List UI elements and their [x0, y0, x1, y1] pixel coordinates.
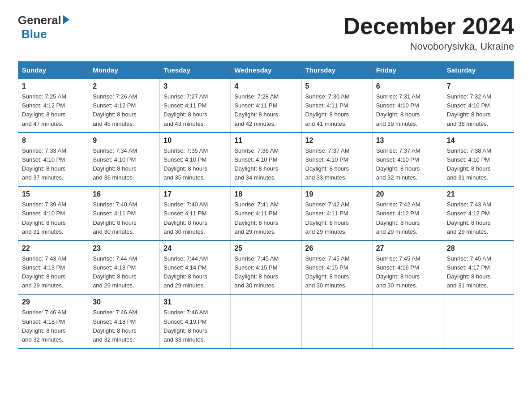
day-number: 16	[93, 190, 156, 198]
calendar-day-cell: 19Sunrise: 7:42 AMSunset: 4:11 PMDayligh…	[301, 186, 372, 240]
day-number: 9	[93, 137, 156, 145]
day-info: Sunrise: 7:45 AMSunset: 4:16 PMDaylight:…	[376, 254, 439, 291]
day-number: 5	[305, 82, 369, 90]
calendar-day-cell: 17Sunrise: 7:40 AMSunset: 4:11 PMDayligh…	[160, 186, 231, 240]
calendar-day-cell: 8Sunrise: 7:33 AMSunset: 4:10 PMDaylight…	[18, 133, 89, 187]
day-number: 13	[376, 137, 439, 145]
day-number: 21	[447, 190, 510, 198]
weekday-header-row: SundayMondayTuesdayWednesdayThursdayFrid…	[18, 62, 514, 79]
calendar-table: SundayMondayTuesdayWednesdayThursdayFrid…	[18, 61, 514, 349]
weekday-header-wednesday: Wednesday	[231, 62, 301, 79]
calendar-day-cell	[301, 294, 372, 348]
calendar-day-cell: 10Sunrise: 7:35 AMSunset: 4:10 PMDayligh…	[160, 133, 231, 187]
calendar-day-cell: 24Sunrise: 7:44 AMSunset: 4:14 PMDayligh…	[160, 240, 231, 295]
day-number: 25	[234, 244, 297, 253]
calendar-week-row: 1Sunrise: 7:25 AMSunset: 4:12 PMDaylight…	[18, 79, 514, 133]
day-number: 12	[305, 137, 369, 145]
day-number: 14	[447, 137, 510, 145]
calendar-day-cell: 15Sunrise: 7:39 AMSunset: 4:10 PMDayligh…	[18, 186, 89, 240]
day-info: Sunrise: 7:28 AMSunset: 4:11 PMDaylight:…	[234, 92, 297, 128]
logo-general-text: General	[18, 13, 61, 27]
day-number: 30	[93, 298, 156, 306]
calendar-day-cell: 18Sunrise: 7:41 AMSunset: 4:11 PMDayligh…	[231, 186, 301, 240]
day-number: 20	[376, 190, 439, 198]
location-title: Novoborysivka, Ukraine	[343, 41, 514, 52]
calendar-day-cell: 13Sunrise: 7:37 AMSunset: 4:10 PMDayligh…	[372, 133, 443, 187]
day-number: 10	[163, 137, 227, 145]
calendar-day-cell: 28Sunrise: 7:45 AMSunset: 4:17 PMDayligh…	[443, 240, 514, 295]
day-info: Sunrise: 7:43 AMSunset: 4:13 PMDaylight:…	[22, 254, 85, 291]
day-info: Sunrise: 7:41 AMSunset: 4:11 PMDaylight:…	[234, 200, 297, 236]
day-info: Sunrise: 7:37 AMSunset: 4:10 PMDaylight:…	[376, 146, 439, 183]
calendar-day-cell: 1Sunrise: 7:25 AMSunset: 4:12 PMDaylight…	[18, 79, 89, 133]
weekday-header-sunday: Sunday	[18, 62, 89, 79]
day-info: Sunrise: 7:43 AMSunset: 4:12 PMDaylight:…	[447, 200, 510, 236]
day-number: 1	[22, 82, 85, 90]
calendar-day-cell: 21Sunrise: 7:43 AMSunset: 4:12 PMDayligh…	[443, 186, 514, 240]
calendar-day-cell: 22Sunrise: 7:43 AMSunset: 4:13 PMDayligh…	[18, 240, 89, 295]
calendar-day-cell: 9Sunrise: 7:34 AMSunset: 4:10 PMDaylight…	[89, 133, 160, 187]
day-info: Sunrise: 7:45 AMSunset: 4:15 PMDaylight:…	[234, 254, 297, 291]
calendar-day-cell: 31Sunrise: 7:46 AMSunset: 4:19 PMDayligh…	[160, 294, 231, 348]
day-info: Sunrise: 7:42 AMSunset: 4:12 PMDaylight:…	[376, 200, 439, 236]
calendar-day-cell: 2Sunrise: 7:26 AMSunset: 4:12 PMDaylight…	[89, 79, 160, 133]
calendar-week-row: 29Sunrise: 7:46 AMSunset: 4:18 PMDayligh…	[18, 294, 514, 348]
calendar-day-cell: 23Sunrise: 7:44 AMSunset: 4:13 PMDayligh…	[89, 240, 160, 295]
day-number: 8	[22, 137, 85, 145]
month-title: December 2024	[343, 13, 514, 39]
weekday-header-saturday: Saturday	[443, 62, 514, 79]
day-info: Sunrise: 7:45 AMSunset: 4:17 PMDaylight:…	[447, 254, 510, 291]
calendar-week-row: 15Sunrise: 7:39 AMSunset: 4:10 PMDayligh…	[18, 186, 514, 240]
day-number: 2	[93, 82, 156, 90]
day-number: 29	[22, 298, 85, 306]
day-number: 4	[234, 82, 297, 90]
day-info: Sunrise: 7:33 AMSunset: 4:10 PMDaylight:…	[22, 146, 85, 183]
day-number: 3	[163, 82, 227, 90]
calendar-day-cell: 16Sunrise: 7:40 AMSunset: 4:11 PMDayligh…	[89, 186, 160, 240]
calendar-day-cell: 6Sunrise: 7:31 AMSunset: 4:10 PMDaylight…	[372, 79, 443, 133]
calendar-day-cell: 14Sunrise: 7:38 AMSunset: 4:10 PMDayligh…	[443, 133, 514, 187]
day-number: 28	[447, 244, 510, 253]
logo-triangle-icon	[63, 15, 69, 24]
day-number: 6	[376, 82, 439, 90]
title-section: December 2024 Novoborysivka, Ukraine	[343, 13, 514, 52]
day-info: Sunrise: 7:45 AMSunset: 4:15 PMDaylight:…	[305, 254, 369, 291]
day-number: 23	[93, 244, 156, 253]
calendar-day-cell	[443, 294, 514, 348]
day-number: 19	[305, 190, 369, 198]
day-info: Sunrise: 7:40 AMSunset: 4:11 PMDaylight:…	[93, 200, 156, 236]
day-number: 26	[305, 244, 369, 253]
calendar-day-cell: 4Sunrise: 7:28 AMSunset: 4:11 PMDaylight…	[231, 79, 301, 133]
weekday-header-monday: Monday	[89, 62, 160, 79]
day-info: Sunrise: 7:40 AMSunset: 4:11 PMDaylight:…	[163, 200, 227, 236]
day-info: Sunrise: 7:38 AMSunset: 4:10 PMDaylight:…	[447, 146, 510, 183]
calendar-day-cell	[231, 294, 301, 348]
day-number: 31	[163, 298, 227, 306]
day-info: Sunrise: 7:35 AMSunset: 4:10 PMDaylight:…	[163, 146, 227, 183]
calendar-day-cell: 26Sunrise: 7:45 AMSunset: 4:15 PMDayligh…	[301, 240, 372, 295]
calendar-day-cell: 3Sunrise: 7:27 AMSunset: 4:11 PMDaylight…	[160, 79, 231, 133]
day-info: Sunrise: 7:46 AMSunset: 4:18 PMDaylight:…	[22, 308, 85, 344]
day-number: 7	[447, 82, 510, 90]
day-number: 24	[163, 244, 227, 253]
day-info: Sunrise: 7:44 AMSunset: 4:14 PMDaylight:…	[163, 254, 227, 291]
calendar-day-cell: 29Sunrise: 7:46 AMSunset: 4:18 PMDayligh…	[18, 294, 89, 348]
calendar-week-row: 8Sunrise: 7:33 AMSunset: 4:10 PMDaylight…	[18, 133, 514, 187]
day-info: Sunrise: 7:44 AMSunset: 4:13 PMDaylight:…	[93, 254, 156, 291]
day-info: Sunrise: 7:46 AMSunset: 4:18 PMDaylight:…	[93, 308, 156, 344]
day-info: Sunrise: 7:39 AMSunset: 4:10 PMDaylight:…	[22, 200, 85, 236]
day-info: Sunrise: 7:25 AMSunset: 4:12 PMDaylight:…	[22, 92, 85, 128]
page-header: General Blue December 2024 Novoborysivka…	[18, 13, 514, 52]
day-info: Sunrise: 7:26 AMSunset: 4:12 PMDaylight:…	[93, 92, 156, 128]
weekday-header-tuesday: Tuesday	[160, 62, 231, 79]
calendar-day-cell: 7Sunrise: 7:32 AMSunset: 4:10 PMDaylight…	[443, 79, 514, 133]
calendar-day-cell: 25Sunrise: 7:45 AMSunset: 4:15 PMDayligh…	[231, 240, 301, 295]
logo: General Blue	[18, 13, 69, 41]
day-info: Sunrise: 7:31 AMSunset: 4:10 PMDaylight:…	[376, 92, 439, 128]
day-number: 18	[234, 190, 297, 198]
calendar-week-row: 22Sunrise: 7:43 AMSunset: 4:13 PMDayligh…	[18, 240, 514, 295]
weekday-header-friday: Friday	[372, 62, 443, 79]
day-number: 15	[22, 190, 85, 198]
calendar-day-cell: 20Sunrise: 7:42 AMSunset: 4:12 PMDayligh…	[372, 186, 443, 240]
logo-blue-text: Blue	[21, 27, 47, 41]
